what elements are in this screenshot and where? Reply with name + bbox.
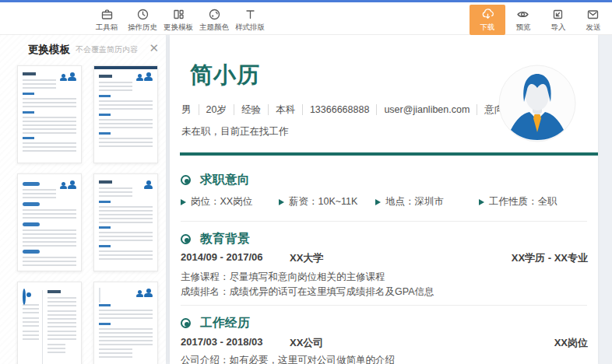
resume-name[interactable]: 简小历: [190, 60, 260, 91]
intention-item-label: 岗位：XX岗位: [191, 195, 252, 208]
work-company: XX公司: [290, 336, 554, 350]
education-period: 2014/09 - 2017/06: [181, 251, 290, 265]
section-divider: [181, 221, 587, 222]
avatar[interactable]: [498, 65, 576, 142]
toolbar-tool-label: 更换模板: [164, 22, 193, 32]
person-pair-icon: [136, 72, 153, 81]
template-thumbnail-5[interactable]: [17, 282, 82, 364]
work-period: 2017/03 - 2018/03: [181, 336, 290, 350]
panel-subtitle: 不会覆盖简历内容: [76, 44, 138, 55]
toolbar-tools-group: 工具箱 操作历史 更换模板 主题颜色 样式排版: [89, 5, 268, 35]
intention-item-position[interactable]: 岗位：XX岗位: [181, 195, 252, 208]
toolbar-tool-label: 工具箱: [96, 22, 118, 32]
toolbar-tool-label: 操作历史: [128, 22, 157, 32]
template-thumbnail-6[interactable]: [93, 282, 158, 364]
info-experience: 经验: [234, 104, 261, 115]
info-age: 20岁: [199, 104, 227, 115]
resume-canvas: 简小历 男20岁经验本科13366668888user@jianliben.co…: [166, 35, 612, 364]
work-row[interactable]: 2017/03 - 2018/03 XX公司 XX岗位: [181, 336, 588, 350]
info-email: user@jianliben.com: [376, 104, 470, 115]
education-detail-rank[interactable]: 成绩排名：成绩优异的话可在这里填写成绩排名及GPA信息: [181, 285, 587, 299]
thumbnail-body: [47, 290, 76, 364]
send-icon: [586, 8, 600, 21]
work-detail-intro[interactable]: 公司介绍：如有必要，这里可对公司做简单的介绍: [181, 353, 587, 364]
import-button-label: 导入: [550, 22, 565, 32]
preview-button-label: 预览: [515, 22, 530, 32]
panel-title: 更换模板: [28, 43, 70, 57]
intention-item-label: 工作性质：全职: [489, 195, 557, 208]
intention-item-salary[interactable]: 薪资：10K~11K: [279, 195, 357, 208]
education-row[interactable]: 2014/09 - 2017/06 XX大学 XX学历 - XX专业: [181, 251, 588, 265]
template-thumbnail-3[interactable]: [17, 173, 82, 271]
avatar-circle-icon: [23, 289, 26, 305]
intention-item-type[interactable]: 工作性质：全职: [479, 195, 557, 208]
download-button[interactable]: 下载: [470, 5, 505, 35]
toolbar-tool-typography[interactable]: 样式排版: [232, 5, 268, 35]
education-detail-courses[interactable]: 主修课程：尽量填写和意向岗位相关的主修课程: [181, 270, 587, 285]
arrow-icon: [279, 199, 284, 205]
education-school: XX大学: [290, 251, 512, 265]
intention-item-location[interactable]: 地点：深圳市: [375, 195, 444, 208]
person-pair-icon: [60, 180, 76, 189]
section-intention-header: 求职意向: [181, 172, 250, 188]
section-title: 教育背景: [200, 231, 250, 247]
section-bullet-icon: [181, 175, 191, 185]
info-phone: 13366668888: [302, 104, 369, 115]
template-thumbnail-2[interactable]: [93, 65, 158, 163]
section-bullet-icon: [181, 234, 191, 244]
resume-paper: 简小历 男20岁经验本科13366668888user@jianliben.co…: [170, 35, 598, 364]
typography-icon: [244, 8, 257, 21]
resume-job-status[interactable]: 未在职，目前正在找工作: [181, 125, 289, 138]
send-button-label: 发送: [586, 22, 600, 32]
briefcase-icon: [100, 8, 114, 21]
resume-basic-info[interactable]: 男20岁经验本科13366668888user@jianliben.com意向岗…: [181, 103, 523, 117]
template-icon: [172, 8, 185, 21]
education-degree: XX学历 - XX专业: [512, 251, 588, 265]
section-bullet-icon: [181, 318, 191, 328]
download-button-label: 下载: [480, 22, 495, 32]
panel-header: 更换模板 不会覆盖简历内容 ✕: [0, 40, 166, 60]
eye-icon: [516, 8, 529, 21]
work-position: XX岗位: [554, 336, 588, 350]
toolbar-tool-history[interactable]: 操作历史: [125, 5, 160, 35]
arrow-icon: [375, 199, 381, 205]
close-icon[interactable]: ✕: [149, 40, 159, 56]
person-pair-icon: [136, 289, 153, 297]
import-button[interactable]: 导入: [540, 5, 575, 35]
toolbar-tool-toolbox[interactable]: 工具箱: [89, 5, 125, 35]
section-work-header: 工作经历: [181, 315, 250, 331]
arrow-icon: [181, 199, 186, 205]
send-button[interactable]: 发送: [575, 5, 610, 35]
history-icon: [136, 8, 149, 21]
preview-button[interactable]: 预览: [505, 5, 540, 35]
theme-color-icon: [208, 8, 221, 21]
intention-item-label: 薪资：10K~11K: [289, 195, 357, 208]
thumbnail-sidebar: [23, 290, 43, 364]
header-accent-divider: [180, 152, 598, 156]
arrow-icon: [479, 199, 484, 205]
template-thumbnail-grid: [17, 65, 158, 364]
toolbar-tool-change-template[interactable]: 更换模板: [160, 5, 196, 35]
template-thumbnail-1[interactable]: [17, 65, 82, 163]
toolbar-tool-theme-color[interactable]: 主题颜色: [196, 5, 232, 35]
intention-item-label: 地点：深圳市: [385, 195, 444, 208]
download-cloud-icon: [481, 8, 494, 21]
info-education: 本科: [268, 104, 295, 115]
section-divider: [181, 305, 587, 306]
top-toolbar: 工具箱 操作历史 更换模板 主题颜色 样式排版: [0, 0, 612, 35]
section-education-header: 教育背景: [181, 231, 250, 247]
template-thumbnail-4[interactable]: [93, 173, 158, 271]
import-icon: [551, 8, 565, 21]
info-gender: 男: [181, 104, 192, 115]
toolbar-tool-label: 样式排版: [235, 22, 265, 32]
change-template-panel: 更换模板 不会覆盖简历内容 ✕: [0, 35, 166, 364]
toolbar-tool-label: 主题颜色: [199, 22, 229, 32]
toolbar-actions-group: 下载 预览 导入 发送: [470, 5, 610, 35]
section-title: 工作经历: [200, 315, 250, 331]
person-pair-icon: [144, 180, 153, 189]
person-pair-icon: [60, 72, 76, 81]
section-title: 求职意向: [200, 172, 250, 188]
